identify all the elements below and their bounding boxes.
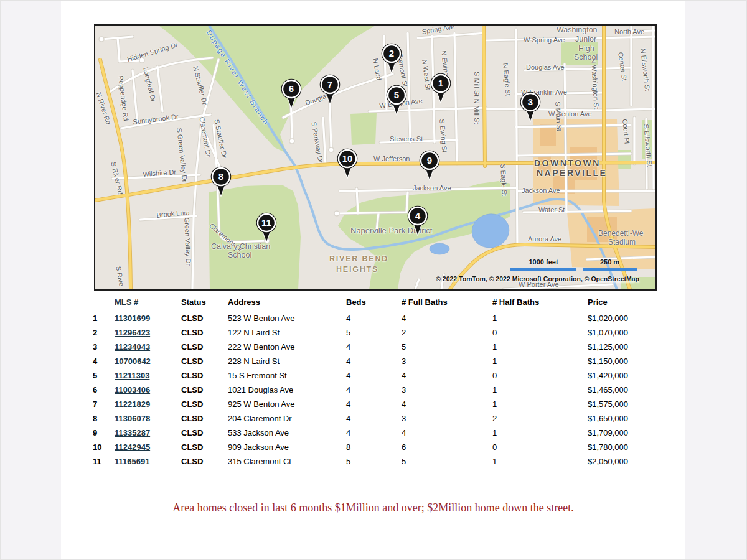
map-label: W Jefferson [374,156,410,162]
cell-mls[interactable]: 11335287 [115,426,181,440]
cell-full: 4 [402,397,492,411]
cell-full: 3 [402,354,492,368]
cell-beds: 5 [346,325,402,340]
table-row: 611003406CLSD1021 Douglas Ave431$1,465,0… [93,383,672,397]
map-label: Water St [538,207,565,213]
cell-full: 5 [402,454,492,469]
map-label: NAPERVILLE [537,169,607,177]
cell-beds: 4 [346,368,402,383]
map-marker-5[interactable]: 5 [384,85,409,116]
cell-mls[interactable]: 11301699 [115,311,181,325]
marker-number: 1 [428,78,453,88]
cell-half: 1 [492,397,588,411]
cell-half: 0 [492,440,588,454]
map-marker-7[interactable]: 7 [317,74,342,105]
header-full: # Full Baths [402,294,492,310]
cell-full: 4 [402,368,492,383]
openstreetmap-link[interactable]: © OpenStreetMap [585,275,639,282]
map-label: S Green Valley Dr [176,128,188,182]
map-label: S Parkway Dr [310,121,324,164]
scale-bar-feet [510,268,576,271]
cell-address: 228 N Laird St [228,354,346,368]
table-row: 1111165691CLSD315 Claremont Ct551$2,050,… [93,454,672,469]
cell-num: 1 [93,311,115,325]
cell-mls[interactable]: 11221829 [115,397,181,411]
cell-num: 7 [93,397,115,411]
map-label: S Main St [554,101,562,131]
map-marker-8[interactable]: 8 [209,166,233,197]
table-header-row: MLS #StatusAddressBeds# Full Baths# Half… [93,293,672,311]
map-label: Dupage River West Branch [205,29,270,127]
table-row: 311234043CLSD222 W Benton Ave451$1,125,0… [93,340,672,354]
cell-address: 925 W Benton Ave [228,397,346,411]
cell-full: 5 [402,340,492,354]
map-label: School [228,251,251,259]
cell-full: 4 [402,311,492,325]
scale-feet-label: 1000 feet [510,258,576,266]
table-row: 811306078CLSD204 Claremont Dr432$1,650,0… [93,411,672,426]
cell-num: 6 [93,383,115,397]
cell-mls[interactable]: 11234043 [115,340,181,354]
marker-number: 7 [317,80,342,90]
cell-price: $2,050,000 [588,454,672,469]
map-label: Court Pl [621,119,630,144]
table-row: 111301699CLSD523 W Benton Ave441$1,020,0… [93,311,672,325]
cell-price: $1,465,000 [588,383,672,397]
cell-status: CLSD [181,454,228,469]
cell-mls[interactable]: 10700642 [115,354,181,368]
cell-beds: 4 [346,340,402,354]
cell-status: CLSD [181,311,228,325]
map-label: N River Rd [95,91,112,126]
cell-beds: 4 [346,354,402,368]
cell-mls[interactable]: 11165691 [115,454,181,469]
page-margin-right [685,1,747,560]
cell-beds: 4 [346,383,402,397]
cell-status: CLSD [181,397,228,411]
cell-address: 222 W Benton Ave [228,340,346,354]
header-status: Status [181,294,228,310]
cell-half: 1 [492,454,588,469]
cell-mls[interactable]: 11211303 [115,368,181,383]
map-label: N Ellsworth St [639,48,651,91]
cell-status: CLSD [181,426,228,440]
map-marker-11[interactable]: 11 [254,212,279,243]
cell-mls[interactable]: 11003406 [115,383,181,397]
map-marker-3[interactable]: 3 [518,91,543,123]
cell-status: CLSD [181,368,228,383]
map-label: Longleaf Dr [142,67,157,103]
map-attribution: © 2022 TomTom, © 2022 Microsoft Corporat… [436,275,639,282]
map-marker-10[interactable]: 10 [335,148,360,179]
map-marker-1[interactable]: 1 [428,73,453,104]
cell-half: 1 [492,383,588,397]
cell-full: 2 [402,325,492,340]
cell-price: $1,070,000 [588,325,672,340]
cell-status: CLSD [181,411,228,426]
attribution-text: © 2022 TomTom, © 2022 Microsoft Corporat… [436,275,585,282]
scale-meters-label: 250 m [583,258,637,266]
map-label: Hidden Spring Dr [126,41,179,63]
cell-price: $1,150,000 [588,354,672,368]
map-label: W Spring Ave [524,37,565,44]
map-labels-layer: Hidden Spring DrLongleaf DrPepperidge Rd… [95,26,655,289]
cell-half: 0 [492,368,588,383]
cell-mls[interactable]: 11296423 [115,325,181,340]
cell-num: 9 [93,426,115,440]
table-row: 211296423CLSD122 N Laird St520$1,070,000 [93,325,672,340]
marker-number: 6 [279,84,304,94]
marker-number: 11 [254,218,279,228]
map-canvas[interactable]: Hidden Spring DrLongleaf DrPepperidge Rd… [94,24,657,291]
cell-address: 1021 Douglas Ave [228,383,346,397]
map-label: S River Rd [110,161,124,195]
map-marker-6[interactable]: 6 [279,78,304,110]
cell-mls[interactable]: 11242945 [115,440,181,454]
map-marker-9[interactable]: 9 [417,150,442,181]
cell-beds: 4 [346,411,402,426]
cell-full: 3 [402,383,492,397]
page-margin-left [1,1,61,560]
cell-price: $1,125,000 [588,340,672,354]
map-label: Stadium [608,238,636,246]
map-marker-2[interactable]: 2 [379,43,404,74]
map-marker-4[interactable]: 4 [405,205,430,236]
cell-mls[interactable]: 11306078 [115,411,181,426]
map-label: HEIGHTS [336,266,378,274]
